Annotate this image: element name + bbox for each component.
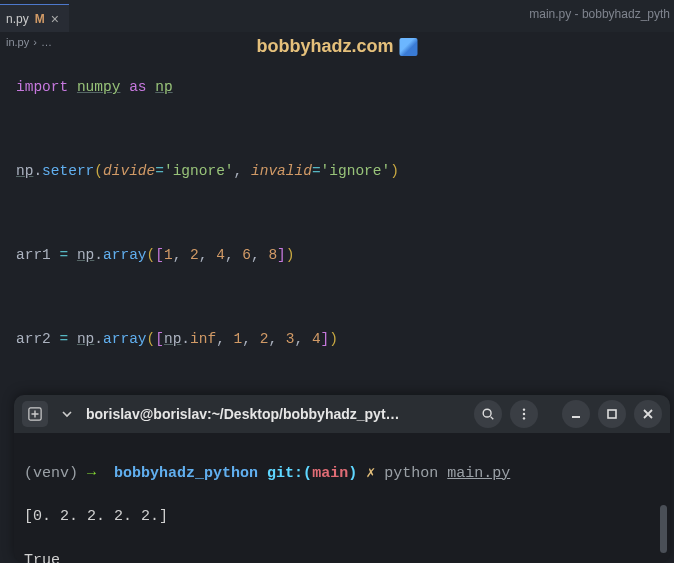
param-divide: divide — [103, 163, 155, 179]
ident-np: np — [164, 331, 181, 347]
editor-tab-main[interactable]: n.py M × — [0, 4, 69, 32]
cube-icon — [400, 38, 418, 56]
close-icon[interactable]: × — [51, 11, 59, 27]
num: 4 — [312, 331, 321, 347]
ident-np: np — [16, 163, 33, 179]
tab-modified-indicator: M — [35, 12, 45, 26]
string-ignore: 'ignore' — [321, 163, 391, 179]
punct-comma: , — [295, 331, 312, 347]
prompt-arrow-icon: → — [87, 465, 96, 482]
svg-point-2 — [523, 408, 525, 410]
bracket-open: [ — [155, 331, 164, 347]
prompt-dirty-icon: ✗ — [366, 465, 375, 482]
num: 1 — [234, 331, 243, 347]
code-line — [16, 371, 658, 392]
cmd-python: python — [384, 465, 438, 482]
terminal-body[interactable]: (venv) → bobbyhadz_python git:(main) ✗ p… — [14, 433, 670, 563]
paren-open: ( — [147, 247, 156, 263]
code-line: arr2 = np.array([np.inf, 1, 2, 3, 4]) — [16, 329, 658, 350]
punct-dot: . — [94, 331, 103, 347]
punct-comma: , — [199, 247, 216, 263]
terminal-title: borislav@borislav:~/Desktop/bobbyhadz_py… — [86, 406, 466, 422]
var-arr2: arr2 — [16, 331, 51, 347]
svg-point-1 — [483, 409, 491, 417]
op-eq: = — [51, 247, 77, 263]
module-numpy: numpy — [77, 79, 121, 95]
close-icon — [642, 408, 654, 420]
var-arr1: arr1 — [16, 247, 51, 263]
punct-dot: . — [94, 247, 103, 263]
num: 1 — [164, 247, 173, 263]
alias-np: np — [155, 79, 172, 95]
const-inf: inf — [190, 331, 216, 347]
punct-comma: , — [234, 163, 251, 179]
menu-button[interactable] — [510, 400, 538, 428]
ident-np: np — [77, 247, 94, 263]
code-line: arr1 = np.array([1, 2, 4, 6, 8]) — [16, 245, 658, 266]
op-eq: = — [312, 163, 321, 179]
punct-comma: , — [216, 331, 233, 347]
bracket-close: ] — [321, 331, 330, 347]
tab-filename: n.py — [6, 12, 29, 26]
prompt-git-open: git:( — [267, 465, 312, 482]
chevron-down-icon — [62, 409, 72, 419]
punct-comma: , — [251, 247, 268, 263]
minimize-button[interactable] — [562, 400, 590, 428]
svg-point-3 — [523, 413, 525, 415]
breadcrumb-file: in.py — [6, 36, 29, 48]
paren-close: ) — [329, 331, 338, 347]
maximize-icon — [606, 408, 618, 420]
minimize-icon — [570, 408, 582, 420]
cmd-file: main.py — [447, 465, 510, 482]
fn-array: array — [103, 331, 147, 347]
chevron-right-icon: › — [33, 36, 37, 48]
prompt-venv: (venv) — [24, 465, 78, 482]
op-eq: = — [51, 331, 77, 347]
op-eq: = — [155, 163, 164, 179]
punct-dot: . — [181, 331, 190, 347]
num: 3 — [286, 331, 295, 347]
tab-dropdown-button[interactable] — [56, 401, 78, 427]
svg-rect-5 — [608, 410, 616, 418]
param-invalid: invalid — [251, 163, 312, 179]
code-line: import numpy as np — [16, 77, 658, 98]
new-tab-button[interactable] — [22, 401, 48, 427]
terminal-header: borislav@borislav:~/Desktop/bobbyhadz_py… — [14, 395, 670, 433]
prompt-branch: main — [312, 465, 348, 482]
code-line: np.seterr(divide='ignore', invalid='igno… — [16, 161, 658, 182]
string-ignore: 'ignore' — [164, 163, 234, 179]
search-icon — [481, 407, 495, 421]
punct-comma: , — [268, 331, 285, 347]
close-terminal-button[interactable] — [634, 400, 662, 428]
code-line — [16, 287, 658, 308]
punct-comma: , — [225, 247, 242, 263]
watermark-text: bobbyhadz.com — [256, 36, 393, 57]
maximize-button[interactable] — [598, 400, 626, 428]
bracket-open: [ — [155, 247, 164, 263]
num: 4 — [216, 247, 225, 263]
keyword-import: import — [16, 79, 68, 95]
search-button[interactable] — [474, 400, 502, 428]
breadcrumb-more: … — [41, 36, 52, 48]
bracket-close: ] — [277, 247, 286, 263]
terminal-line: (venv) → bobbyhadz_python git:(main) ✗ p… — [24, 463, 660, 485]
code-line — [16, 119, 658, 140]
paren-open: ( — [147, 331, 156, 347]
paren-open: ( — [94, 163, 103, 179]
window-title: main.py - bobbyhadz_pyth — [529, 0, 674, 28]
num: 2 — [190, 247, 199, 263]
keyword-as: as — [129, 79, 146, 95]
punct-comma: , — [242, 331, 259, 347]
fn-seterr: seterr — [42, 163, 94, 179]
code-line — [16, 203, 658, 224]
prompt-dir: bobbyhadz_python — [114, 465, 258, 482]
plus-box-icon — [28, 407, 42, 421]
punct-dot: . — [33, 163, 42, 179]
prompt-git-close: ) — [348, 465, 357, 482]
svg-point-4 — [523, 417, 525, 419]
paren-close: ) — [390, 163, 399, 179]
paren-close: ) — [286, 247, 295, 263]
terminal-scrollbar[interactable] — [660, 505, 667, 553]
kebab-menu-icon — [517, 407, 531, 421]
num: 8 — [268, 247, 277, 263]
